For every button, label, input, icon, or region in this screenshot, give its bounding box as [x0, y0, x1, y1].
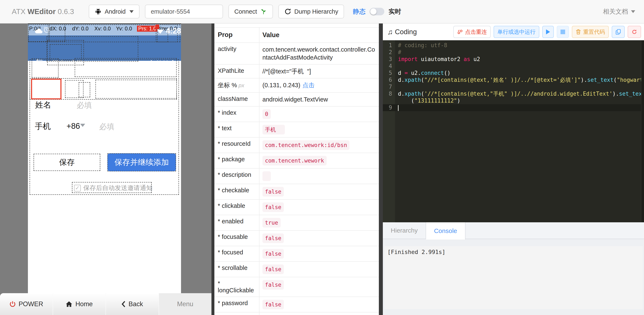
editor-line: 1# coding: utf-8: [383, 42, 641, 49]
back-button[interactable]: Back: [106, 293, 159, 315]
device-nav-bar: ← 添加成员 完整输入: [28, 36, 181, 61]
panel-splitter-left[interactable]: [212, 24, 214, 315]
prop-row: * resourceIdcom.tencent.wework:id/bsn: [214, 138, 379, 153]
prop-name: * clickable: [214, 200, 260, 215]
static-mode-label: 静态: [353, 7, 366, 16]
home-button[interactable]: Home: [53, 293, 106, 315]
prop-row: classNameandroid.widget.TextView: [214, 93, 379, 106]
prop-value: false: [260, 184, 379, 199]
code-editor[interactable]: 1# coding: utf-82#3import uiautomator2 a…: [383, 40, 644, 222]
line-number: 5: [383, 70, 395, 76]
connect-button[interactable]: Connect: [228, 4, 273, 18]
prop-row: 坐标 % px(0.131, 0.243)点击: [214, 78, 379, 93]
prop-value: true: [260, 215, 379, 230]
realtime-toggle[interactable]: [370, 8, 384, 15]
overlay-box: [65, 80, 84, 98]
properties-panel: Prop Value activitycom.tencent.wework.co…: [214, 24, 379, 315]
line-code: [395, 63, 398, 70]
line-code: d = u2.connect(): [395, 70, 450, 76]
tap-link[interactable]: 点击: [302, 82, 315, 88]
power-icon: [10, 301, 16, 308]
prop-name: * resourceId: [214, 138, 260, 153]
prop-value-badge: true: [262, 218, 281, 228]
line-number: 6: [383, 76, 395, 84]
prop-value-text: com.tencent.wework.contact.controller.Co…: [262, 46, 375, 61]
yv-value: Yv: 0.0: [116, 26, 132, 32]
trash-icon: [576, 29, 581, 35]
music-note-icon: ♫: [388, 28, 393, 36]
prop-row: * selectedfalse: [214, 312, 379, 315]
device-panel: P:0/1 dX: 0.0 dY: 0.0 Xv: 0.0 Yv: 0.0 Pr…: [0, 24, 212, 315]
power-button[interactable]: POWER: [0, 293, 53, 315]
dump-hierarchy-button[interactable]: Dump Hierarchy: [278, 4, 344, 18]
tab-hierarchy[interactable]: Hierarchy: [383, 222, 426, 239]
prop-value-text: //*[@text="手机 "]: [262, 68, 311, 75]
prop-value-badge: 0: [262, 109, 271, 119]
home-icon: [66, 301, 72, 307]
prop-value-badge: 手机: [262, 125, 285, 134]
reset-code-button[interactable]: 重置代码: [572, 26, 609, 38]
coding-title: ♫ Coding: [388, 28, 417, 36]
refresh-code-button[interactable]: [628, 26, 641, 38]
chevron-down-icon: [130, 10, 134, 13]
app-title: ATX WEditor 0.6.3: [12, 7, 74, 16]
checkbox-icon: ✓: [74, 185, 81, 192]
country-code: +86: [66, 122, 80, 131]
line-code: d.xpath("//*[contains(@text,'姓名' )]/../*…: [395, 76, 644, 84]
prop-name: 坐标 % px: [214, 78, 260, 92]
prop-row: * packagecom.tencent.wework: [214, 153, 379, 168]
line-number: 7: [383, 84, 395, 90]
copy-code-button[interactable]: [612, 26, 625, 38]
overlay-box: [79, 82, 90, 97]
docs-menu[interactable]: 相关文档: [603, 7, 635, 16]
prop-value: com.tencent.wework.contact.controller.Co…: [260, 43, 379, 64]
prop-name: * password: [214, 297, 260, 312]
console-output: [Finished 2.991s]: [384, 246, 643, 309]
editor-line: 7: [383, 84, 641, 90]
prop-name: * text: [214, 122, 260, 137]
prop-value: //*[@text="手机 "]: [260, 64, 379, 78]
prs-value: Prs: 1.0: [137, 26, 158, 32]
prop-value-badge: false: [262, 264, 284, 274]
prop-value-badge: false: [262, 187, 284, 196]
editor-scrollbar[interactable]: [641, 40, 644, 222]
realtime-mode-label: 实时: [388, 7, 401, 16]
seedling-icon: [260, 8, 267, 15]
panel-splitter-right[interactable]: [379, 24, 383, 315]
prop-name: * selected: [214, 312, 260, 315]
chevron-down-icon: [631, 10, 635, 13]
reconnect-button[interactable]: 点击重连: [453, 26, 491, 38]
line-number: 8: [383, 90, 395, 97]
reload-icon: [632, 29, 637, 35]
line-number: 4: [383, 63, 395, 70]
menu-button[interactable]: Menu: [159, 293, 212, 315]
tab-console[interactable]: Console: [426, 222, 466, 240]
prop-row: * clickablefalse: [214, 200, 379, 215]
prop-row: * description: [214, 168, 379, 184]
prop-value: false: [260, 312, 379, 315]
serial-input[interactable]: emulator-5554: [145, 4, 223, 18]
prop-table-header: Prop Value: [214, 28, 379, 43]
run-button[interactable]: [542, 26, 554, 38]
prop-row: * passwordfalse: [214, 297, 379, 312]
prop-name: * focusable: [214, 231, 260, 246]
weditor-app: ATX WEditor 0.6.3 Android emulator-5554 …: [0, 0, 644, 315]
prop-value-badge: false: [262, 202, 284, 212]
toggle-knob: [370, 8, 376, 15]
device-screen[interactable]: P:0/1 dX: 0.0 dY: 0.0 Xv: 0.0 Yv: 0.0 Pr…: [28, 24, 181, 293]
prop-table-body: activitycom.tencent.wework.contact.contr…: [214, 43, 379, 315]
prop-name: className: [214, 93, 260, 106]
stop-button[interactable]: [557, 26, 569, 38]
platform-select[interactable]: Android: [89, 4, 140, 18]
prop-name: * index: [214, 106, 260, 122]
prop-row: * enabledtrue: [214, 215, 379, 231]
save-button-mirror: 保存: [34, 154, 100, 171]
prop-name: * longClickable: [214, 277, 260, 296]
save-continue-button-mirror: 保存并继续添加: [108, 153, 176, 171]
run-selection-button[interactable]: 单行或选中运行: [494, 26, 539, 38]
device-content: 姓名 必填 手机 +86 必填 保存 保存并继续添加 ✓ 保存后自动发送邀请通知: [28, 61, 181, 293]
softkey-bar: POWER Home Back Menu: [0, 293, 212, 315]
android-icon: [94, 8, 102, 15]
prop-row: * focusablefalse: [214, 231, 379, 246]
prop-table: Prop Value activitycom.tencent.wework.co…: [214, 27, 379, 315]
